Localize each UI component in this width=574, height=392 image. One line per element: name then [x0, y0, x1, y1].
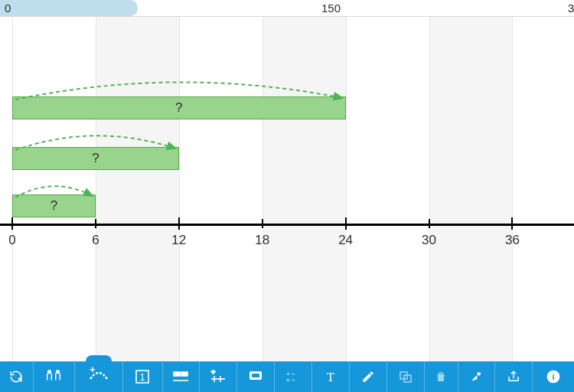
svg-text:× ÷: × ÷ [286, 377, 295, 384]
fraction-bar-button[interactable] [163, 361, 201, 392]
tick [429, 219, 430, 228]
tick [345, 217, 347, 230]
trash-icon [434, 370, 448, 384]
copy-icon [398, 370, 413, 384]
svg-text:i: i [552, 371, 554, 381]
text-button[interactable]: T [312, 361, 350, 392]
reset-button[interactable] [0, 361, 34, 392]
text-icon: T [324, 370, 338, 384]
svg-text:+: + [211, 370, 215, 376]
tick [95, 219, 96, 228]
tick [511, 217, 513, 230]
svg-rect-10 [181, 372, 188, 376]
privacy-button[interactable] [458, 361, 496, 392]
top-scale-fill[interactable] [0, 0, 138, 16]
tick-label: 18 [255, 233, 269, 248]
unit-one-button[interactable]: 1 [123, 361, 162, 392]
copy-button[interactable] [387, 361, 425, 392]
tick-label: 6 [92, 233, 99, 248]
share-button[interactable] [495, 361, 533, 392]
box-icon [248, 370, 263, 384]
tick-label: 12 [171, 233, 186, 248]
tick [11, 217, 13, 230]
svg-rect-17 [252, 374, 259, 377]
privacy-icon [469, 370, 483, 384]
svg-point-4 [48, 371, 51, 374]
toolbar: +1++ −× ÷Ti [0, 361, 574, 392]
jump-arc-1[interactable] [14, 126, 187, 155]
jump-arc-0[interactable] [14, 70, 354, 104]
share-icon [507, 370, 520, 384]
top-scale-start-label: 0 [5, 0, 11, 17]
reset-icon [8, 369, 24, 384]
svg-rect-9 [174, 372, 180, 376]
svg-point-23 [478, 372, 481, 376]
fraction-bar-icon [172, 370, 189, 384]
settings-button[interactable] [34, 361, 75, 392]
number-line-axis [0, 224, 574, 226]
tick [178, 217, 180, 230]
box-button[interactable] [237, 361, 275, 392]
unit-one-icon: 1 [135, 369, 150, 384]
info-button[interactable]: i [533, 361, 574, 392]
settings-icon [45, 370, 62, 384]
svg-text:+: + [90, 365, 96, 375]
info-icon: i [546, 369, 561, 384]
tick [262, 219, 263, 228]
canvas[interactable]: 061218243036424854606??? [0, 17, 574, 361]
svg-text:T: T [327, 371, 334, 384]
svg-point-5 [57, 371, 60, 374]
jump-arc-2[interactable] [14, 178, 103, 202]
top-scale[interactable]: 0 150 3 [0, 0, 574, 17]
tick-label: 30 [422, 233, 436, 248]
add-arc-button[interactable]: + [75, 361, 124, 392]
top-scale-mid-label: 150 [321, 0, 341, 17]
add-tick-icon: + [210, 370, 227, 384]
expression-icon: + −× ÷ [285, 370, 301, 384]
tick-label: 36 [505, 233, 520, 248]
trash-button[interactable] [425, 361, 458, 392]
add-arc-icon: + [86, 361, 112, 392]
tick-label: 24 [338, 233, 353, 248]
tick-label: 0 [8, 233, 15, 248]
draw-button[interactable] [350, 361, 387, 392]
top-scale-end-label: 3 [568, 0, 574, 17]
draw-icon [361, 370, 375, 384]
svg-text:1: 1 [140, 372, 145, 383]
expression-button[interactable]: + −× ÷ [275, 361, 312, 392]
add-tick-button[interactable]: + [200, 361, 237, 392]
